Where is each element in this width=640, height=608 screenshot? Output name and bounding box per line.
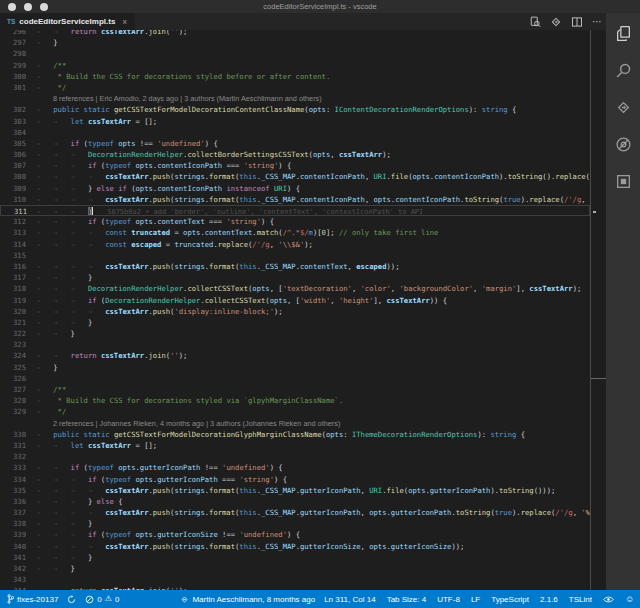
line-number[interactable]: 320 [0, 306, 26, 317]
code-line[interactable]: 318→→→DecorationRenderHelper.collectCSST… [0, 283, 590, 294]
code-editor[interactable]: 296→→return cssTextArr.join('');297→}298… [0, 30, 590, 590]
code-line[interactable]: 312→→→if (typeof opts.contentText === 's… [0, 216, 590, 227]
code-line[interactable]: 329→ */ [0, 406, 590, 417]
minimize-window-button[interactable] [24, 3, 32, 11]
line-number[interactable]: 329 [0, 406, 26, 417]
line-number[interactable]: 311 [1, 206, 27, 215]
line-number[interactable]: 333 [0, 462, 26, 473]
zoom-window-button[interactable] [40, 3, 48, 11]
line-number[interactable]: 322 [0, 328, 26, 339]
source-control-icon[interactable] [613, 97, 633, 117]
line-number[interactable]: 318 [0, 283, 26, 294]
open-preview-icon[interactable] [529, 16, 541, 28]
tab-codeEditorServiceImpl[interactable]: TS codeEditorServiceImpl.ts × [0, 13, 135, 30]
encoding-indicator[interactable]: UTF-8 [437, 595, 460, 604]
line-number[interactable]: 308 [0, 171, 26, 182]
code-line[interactable]: 305→→if (typeof opts !== 'undefined') { [0, 138, 590, 149]
branch-indicator[interactable]: fixes-20137 [7, 594, 58, 604]
line-number[interactable]: 306 [0, 149, 26, 160]
line-number[interactable]: 314 [0, 239, 26, 250]
code-line[interactable]: 296→→return cssTextArr.join(''); [0, 30, 590, 37]
code-line[interactable]: 322→→} [0, 328, 590, 339]
code-line[interactable]: 325→} [0, 362, 590, 373]
code-line[interactable]: 339→→→if (typeof opts.gutterIconSize !==… [0, 529, 590, 540]
code-line[interactable]: 321→→→} [0, 317, 590, 328]
line-number[interactable]: 338 [0, 518, 26, 529]
code-line[interactable]: 324→→return cssTextArr.join(''); [0, 350, 590, 361]
more-actions-icon[interactable]: ⋯ [592, 17, 602, 27]
code-line[interactable]: 301→ */ [0, 82, 590, 93]
code-line[interactable]: 317→→→} [0, 272, 590, 283]
code-line[interactable]: 341→→→} [0, 552, 590, 563]
code-line[interactable]: 343 [0, 574, 590, 585]
line-number[interactable]: 309 [0, 183, 26, 194]
feedback-smiley-icon[interactable]: ☺ [625, 595, 634, 604]
line-number[interactable]: 341 [0, 552, 26, 563]
gitlens-compare-icon[interactable] [550, 16, 562, 28]
line-number[interactable]: 336 [0, 496, 26, 507]
language-indicator[interactable]: TypeScript [491, 595, 529, 604]
code-line[interactable]: 338→→→} [0, 518, 590, 529]
explorer-icon[interactable] [613, 23, 633, 43]
codelens-row[interactable]: 8 references | Eric Amodio, 2 days ago |… [0, 93, 590, 104]
tab-size-indicator[interactable]: Tab Size: 4 [387, 595, 427, 604]
line-number[interactable]: 297 [0, 37, 26, 48]
gitlens-blame-indicator[interactable]: Martin Aeschlimann, 8 months ago [180, 595, 315, 604]
line-number[interactable]: 323 [0, 339, 26, 350]
line-number[interactable]: 313 [0, 227, 26, 238]
line-number[interactable]: 319 [0, 295, 26, 306]
code-line[interactable]: 319→→→if (DecorationRenderHelper.collect… [0, 295, 590, 306]
line-number[interactable]: 298 [0, 48, 26, 59]
close-tab-icon[interactable]: × [122, 17, 127, 27]
debug-icon[interactable] [613, 134, 633, 154]
line-number[interactable]: 315 [0, 250, 26, 261]
code-line[interactable]: 297→} [0, 37, 590, 48]
line-number[interactable]: 316 [0, 261, 26, 272]
code-line[interactable]: 300→ * Build the CSS for decorations sty… [0, 71, 590, 82]
extensions-icon[interactable] [613, 171, 633, 191]
code-line[interactable]: 306→→→DecorationRenderHelper.collectBord… [0, 149, 590, 160]
line-number[interactable]: 300 [0, 71, 26, 82]
line-number[interactable]: 334 [0, 474, 26, 485]
code-line[interactable]: 314→→→→const escaped = truncated.replace… [0, 239, 590, 250]
code-line[interactable]: 298 [0, 48, 590, 59]
close-window-button[interactable] [8, 3, 16, 11]
line-number[interactable]: 296 [0, 30, 26, 37]
code-line[interactable]: 326 [0, 373, 590, 384]
line-number[interactable]: 321 [0, 317, 26, 328]
code-line[interactable]: 320→→→→cssTextArr.push('display:inline-b… [0, 306, 590, 317]
line-number[interactable]: 327 [0, 384, 26, 395]
ts-version-indicator[interactable]: 2.1.6 [540, 595, 558, 604]
line-number[interactable]: 331 [0, 440, 26, 451]
line-number[interactable]: 312 [0, 216, 26, 227]
code-line[interactable]: 334→→→if (typeof opts.gutterIconPath ===… [0, 474, 590, 485]
tslint-indicator[interactable]: TSLint [569, 595, 592, 604]
line-number[interactable] [0, 93, 26, 104]
code-line[interactable]: 307→→→if (typeof opts.contentIconPath ==… [0, 160, 590, 171]
line-number[interactable]: 307 [0, 160, 26, 171]
code-line[interactable]: 335→→→→cssTextArr.push(strings.format(th… [0, 485, 590, 496]
search-icon[interactable] [613, 60, 633, 80]
code-line[interactable]: 342→→} [0, 563, 590, 574]
line-number[interactable]: 339 [0, 529, 26, 540]
code-line[interactable]: 304 [0, 127, 590, 138]
eol-indicator[interactable]: LF [471, 595, 480, 604]
code-line[interactable]: 340→→→→cssTextArr.push(strings.format(th… [0, 541, 590, 552]
code-line[interactable]: 308→→→→cssTextArr.push(strings.format(th… [0, 171, 590, 182]
code-line[interactable]: 302→public static getCSSTextForModelDeco… [0, 104, 590, 115]
code-line[interactable]: 332 [0, 451, 590, 462]
code-line[interactable]: 333→→if (typeof opts.gutterIconPath !== … [0, 462, 590, 473]
line-number[interactable]: 301 [0, 82, 26, 93]
code-line[interactable]: 311→→→}5875b0a2 • add 'border', 'outline… [0, 205, 590, 216]
line-number[interactable]: 343 [0, 574, 26, 585]
line-number[interactable]: 335 [0, 485, 26, 496]
code-line[interactable]: 303→→let cssTextArr = []; [0, 116, 590, 127]
code-line[interactable]: 328→ * Build the CSS for decorations sty… [0, 395, 590, 406]
problems-indicator[interactable]: 0 ⚠ 0 [85, 595, 119, 604]
code-line[interactable]: 330→public static getCSSTextForModelDeco… [0, 429, 590, 440]
line-number[interactable]: 303 [0, 116, 26, 127]
line-number[interactable]: 326 [0, 373, 26, 384]
code-line[interactable]: 313→→→→const truncated = opts.contentTex… [0, 227, 590, 238]
line-number[interactable]: 299 [0, 60, 26, 71]
code-line[interactable]: 309→→→} else if (opts.contentIconPath in… [0, 183, 590, 194]
